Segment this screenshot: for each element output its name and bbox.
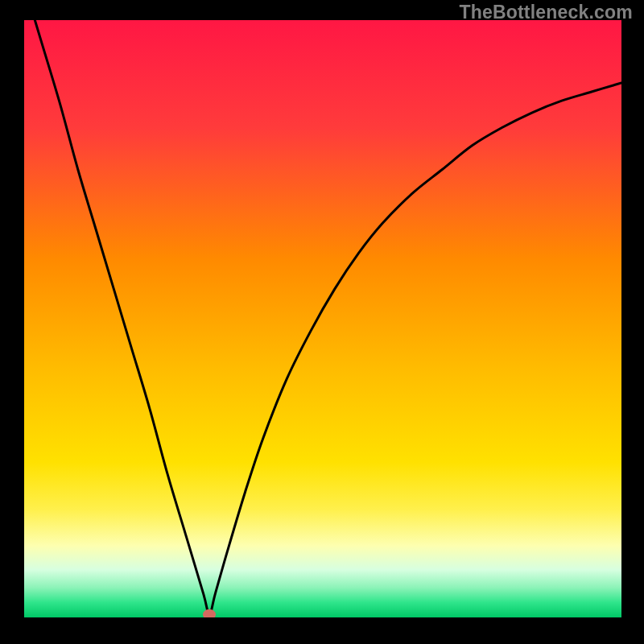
bottleneck-chart bbox=[24, 20, 621, 617]
gradient-background bbox=[24, 20, 621, 617]
chart-frame: TheBottleneck.com bbox=[0, 0, 644, 644]
